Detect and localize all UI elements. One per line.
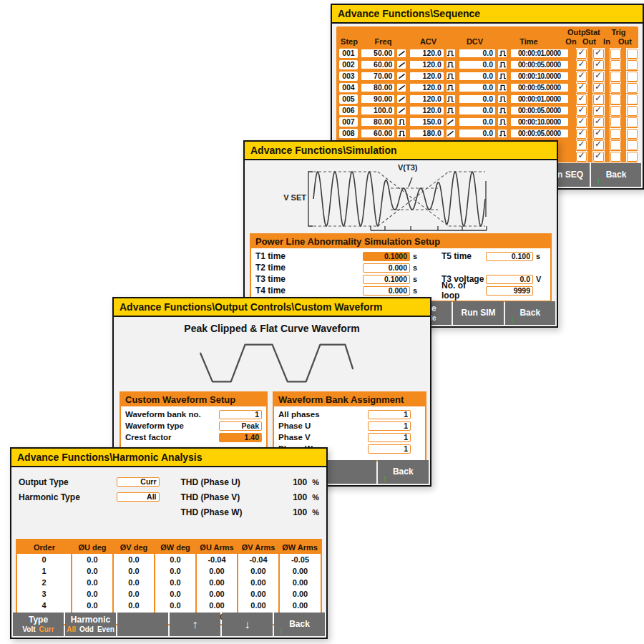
back-button[interactable]: ↑ Back <box>505 301 555 325</box>
dcv-field[interactable]: 0.0 <box>459 83 496 92</box>
outp-on-checkbox[interactable] <box>576 94 587 104</box>
outp-on-checkbox[interactable] <box>576 49 587 59</box>
field-value[interactable]: Peak <box>219 421 262 431</box>
trig-in-checkbox[interactable] <box>610 94 621 104</box>
scroll-up-button[interactable]: ↑ <box>170 613 220 636</box>
acv-field[interactable]: 120.0 <box>409 83 444 92</box>
time-field[interactable]: 00:00:05.0000 <box>510 106 569 115</box>
outp-on-checkbox[interactable] <box>576 129 587 139</box>
bank-number-field[interactable]: 1 <box>368 444 411 454</box>
acv-slew-icon[interactable] <box>446 83 456 92</box>
acv-field[interactable]: 120.0 <box>409 72 444 81</box>
stat-out-checkbox[interactable] <box>593 60 604 70</box>
t1-time-field[interactable]: 0.1000 <box>363 252 410 261</box>
softkey-blank-5[interactable] <box>325 460 376 484</box>
trig-out-checkbox[interactable] <box>627 94 638 104</box>
trig-out-checkbox[interactable] <box>627 60 638 70</box>
freq-slew-icon[interactable] <box>396 106 406 115</box>
back-button[interactable]: ↑ Back <box>591 163 641 187</box>
freq-slew-icon[interactable] <box>396 49 406 58</box>
freq-slew-icon[interactable] <box>396 83 406 92</box>
freq-field[interactable]: 60.00 <box>361 60 396 69</box>
dcv-field[interactable]: 0.0 <box>459 49 496 58</box>
acv-field[interactable]: 120.0 <box>409 94 444 104</box>
stat-out-checkbox[interactable] <box>593 117 604 127</box>
acv-slew-icon[interactable] <box>446 72 456 81</box>
stat-out-checkbox[interactable] <box>593 72 604 82</box>
softkey-blank[interactable] <box>117 613 168 636</box>
outp-on-checkbox[interactable] <box>576 106 587 116</box>
acv-field[interactable]: 120.0 <box>409 106 444 115</box>
dcv-field[interactable]: 0.0 <box>459 72 496 81</box>
acv-slew-icon[interactable] <box>446 94 456 104</box>
stat-out-checkbox[interactable] <box>593 83 604 93</box>
freq-slew-icon[interactable] <box>396 117 406 127</box>
dcv-field[interactable]: 0.0 <box>459 60 496 69</box>
acv-field[interactable]: 120.0 <box>409 60 444 69</box>
freq-field[interactable]: 100.0 <box>361 106 396 115</box>
acv-field[interactable]: 120.0 <box>409 49 444 58</box>
field-value[interactable]: 1.40 <box>219 433 262 442</box>
scroll-down-button[interactable]: ↓ <box>222 613 273 636</box>
trig-in-checkbox[interactable] <box>610 117 621 127</box>
freq-field[interactable]: 90.00 <box>361 94 396 104</box>
trig-in-checkbox[interactable] <box>610 152 621 162</box>
t4-time-field[interactable]: 0.000 <box>363 286 410 296</box>
acv-slew-icon[interactable] <box>446 117 456 127</box>
time-field[interactable]: 00:00:05.0000 <box>510 83 569 92</box>
time-field[interactable]: 00:00:05.0000 <box>510 129 569 138</box>
t5-time-field[interactable]: 0.100 <box>486 252 533 261</box>
loop-field[interactable]: 9999 <box>486 286 533 296</box>
acv-slew-icon[interactable] <box>446 129 456 138</box>
outp-on-checkbox[interactable] <box>576 60 587 70</box>
trig-out-checkbox[interactable] <box>627 129 638 139</box>
stat-out-checkbox[interactable] <box>593 129 604 139</box>
trig-out-checkbox[interactable] <box>627 72 638 82</box>
acv-slew-icon[interactable] <box>446 49 456 58</box>
dcv-slew-icon[interactable] <box>497 129 507 138</box>
back-button[interactable]: ↑ Back <box>378 460 429 484</box>
trig-in-checkbox[interactable] <box>610 60 621 70</box>
run-sim-button[interactable]: Run SIM <box>453 301 503 325</box>
dcv-field[interactable]: 0.0 <box>459 106 496 115</box>
freq-slew-icon[interactable] <box>396 60 406 69</box>
trig-in-checkbox[interactable] <box>610 72 621 82</box>
stat-out-checkbox[interactable] <box>593 49 604 59</box>
acv-slew-icon[interactable] <box>446 60 456 69</box>
stat-out-checkbox[interactable] <box>593 94 604 104</box>
trig-in-checkbox[interactable] <box>610 129 621 139</box>
dcv-slew-icon[interactable] <box>497 117 507 127</box>
trig-out-checkbox[interactable] <box>627 140 638 150</box>
trig-in-checkbox[interactable] <box>610 140 621 150</box>
trig-in-checkbox[interactable] <box>610 106 621 116</box>
trig-out-checkbox[interactable] <box>627 117 638 127</box>
acv-field[interactable]: 180.0 <box>409 129 444 138</box>
freq-slew-icon[interactable] <box>396 72 406 81</box>
acv-slew-icon[interactable] <box>446 106 456 115</box>
trig-out-checkbox[interactable] <box>627 49 638 59</box>
outp-on-checkbox[interactable] <box>576 140 587 150</box>
time-field[interactable]: 00:00:01.0000 <box>510 49 569 58</box>
time-field[interactable]: 00:00:10.0000 <box>510 72 569 81</box>
bank-number-field[interactable]: 1 <box>368 410 411 419</box>
outp-on-checkbox[interactable] <box>576 72 587 82</box>
outp-on-checkbox[interactable] <box>576 152 587 162</box>
bank-number-field[interactable]: 1 <box>368 421 411 431</box>
dcv-slew-icon[interactable] <box>497 106 507 115</box>
dcv-slew-icon[interactable] <box>497 83 507 92</box>
trig-out-checkbox[interactable] <box>627 106 638 116</box>
type-toggle-button[interactable]: Type Volt Curr <box>13 613 64 636</box>
dcv-field[interactable]: 0.0 <box>459 94 496 104</box>
freq-slew-icon[interactable] <box>396 129 406 138</box>
time-field[interactable]: 00:00:10.0000 <box>510 117 569 127</box>
bank-number-field[interactable]: 1 <box>368 433 411 442</box>
harmonic-type-field[interactable]: All <box>117 492 159 502</box>
time-field[interactable]: 00:00:05.0000 <box>510 60 569 69</box>
stat-out-checkbox[interactable] <box>593 152 604 162</box>
t2-time-field[interactable]: 0.000 <box>363 263 410 273</box>
freq-slew-icon[interactable] <box>396 94 406 104</box>
trig-out-checkbox[interactable] <box>627 152 638 162</box>
t3-voltage-field[interactable]: 0.0 <box>486 275 533 284</box>
field-value[interactable]: 1 <box>219 410 262 419</box>
back-button[interactable]: ↑ Back <box>274 613 325 636</box>
